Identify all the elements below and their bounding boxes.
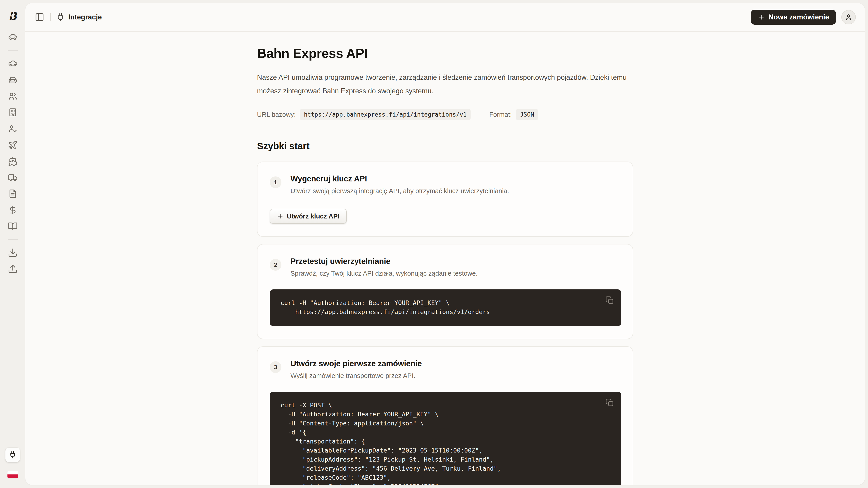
user-icon <box>844 13 852 21</box>
sidebar-item-billing[interactable] <box>8 205 18 215</box>
language-flag-poland[interactable] <box>7 471 18 478</box>
code-block: curl -H "Authorization: Bearer YOUR_API_… <box>270 289 621 326</box>
step-title: Wygeneruj klucz API <box>290 174 621 183</box>
create-api-key-button-label: Utwórz klucz API <box>287 213 340 220</box>
breadcrumb-label: Integracje <box>68 13 102 21</box>
sidebar-item-import[interactable] <box>8 248 18 258</box>
step-description: Wyślij zamówienie transportowe przez API… <box>290 372 621 380</box>
plane-icon <box>8 140 18 150</box>
sidebar-item-transports[interactable] <box>8 59 18 69</box>
van-icon <box>8 59 18 69</box>
code-block: curl -X POST \ -H "Authorization: Bearer… <box>270 392 621 485</box>
bahn-express-logo[interactable]: B <box>7 10 18 22</box>
step-description: Sprawdź, czy Twój klucz API działa, wyko… <box>290 270 621 277</box>
sidebar-item-air-freight[interactable] <box>8 140 18 150</box>
quickstart-step-card: 1 Wygeneruj klucz API Utwórz swoją pierw… <box>257 162 633 237</box>
create-api-key-button[interactable]: Utwórz klucz API <box>270 209 347 224</box>
users-icon <box>8 91 18 101</box>
plug-icon <box>9 451 17 459</box>
step-number-badge: 2 <box>270 259 281 271</box>
van-icon <box>8 32 18 42</box>
sidebar-item-sea-freight[interactable] <box>8 156 18 166</box>
breadcrumb[interactable]: Integracje <box>56 13 102 22</box>
file-text-icon <box>8 189 18 199</box>
user-menu-button[interactable] <box>841 10 856 24</box>
download-icon <box>8 248 18 258</box>
flag-white-stripe <box>7 471 18 475</box>
upload-icon <box>8 264 18 274</box>
page-description: Nasze API umożliwia programowe tworzenie… <box>257 71 630 98</box>
dollar-sign-icon <box>8 205 18 215</box>
sidebar-item-vehicles[interactable] <box>8 75 18 85</box>
sidebar-divider <box>8 50 18 51</box>
code-snippet: curl -H "Authorization: Bearer YOUR_API_… <box>281 298 611 317</box>
step-number-badge: 1 <box>270 176 281 188</box>
page-title: Bahn Express API <box>257 46 633 61</box>
step-number-badge: 3 <box>270 361 281 373</box>
base-url-value: https://app.bahnexpress.fi/api/integrati… <box>300 109 471 120</box>
sidebar-item-docs[interactable] <box>8 221 18 231</box>
book-open-icon <box>8 221 18 231</box>
sidebar-nav <box>8 32 18 274</box>
flag-red-stripe <box>7 475 18 478</box>
logo-b-lightning-icon: B <box>7 10 18 22</box>
sidebar: B <box>0 0 25 488</box>
sidebar-item-documents[interactable] <box>8 189 18 199</box>
building-icon <box>8 107 18 118</box>
sidebar-item-integrations-active[interactable] <box>5 447 20 462</box>
api-meta-row: URL bazowy: https://app.bahnexpress.fi/a… <box>257 109 633 120</box>
copy-code-button[interactable] <box>604 295 615 305</box>
ship-icon <box>8 156 18 166</box>
truck-icon <box>8 172 18 183</box>
copy-icon <box>605 398 614 407</box>
sidebar-item-export[interactable] <box>8 264 18 274</box>
copy-icon <box>605 296 614 304</box>
step-description: Utwórz swoją pierwszą integrację API, ab… <box>290 187 621 195</box>
header-right: Nowe zamówienie <box>751 10 856 25</box>
format-value: JSON <box>516 109 538 120</box>
main-panel: Integracje Nowe zamówienie Bahn Express … <box>25 3 865 485</box>
quickstart-step-card: 3 Utwórz swoje pierwsze zamówienie Wyśli… <box>257 346 633 485</box>
plus-icon <box>277 213 284 220</box>
sidebar-item-companies[interactable] <box>8 107 18 118</box>
copy-code-button[interactable] <box>604 398 615 408</box>
panel-left-icon <box>35 12 44 22</box>
plus-icon <box>758 13 765 21</box>
quickstart-title: Szybki start <box>257 141 633 152</box>
header: Integracje Nowe zamówienie <box>25 3 865 32</box>
plug-icon <box>56 13 65 22</box>
code-snippet: curl -X POST \ -H "Authorization: Bearer… <box>281 401 611 485</box>
new-order-button-label: Nowe zamówienie <box>769 13 829 21</box>
header-divider <box>50 13 51 21</box>
step-title: Utwórz swoje pierwsze zamówienie <box>290 359 621 368</box>
sidebar-item-new-transport[interactable] <box>8 32 18 42</box>
sidebar-divider <box>8 239 18 240</box>
user-check-icon <box>8 124 18 134</box>
car-front-icon <box>8 75 18 85</box>
quickstart-step-card: 2 Przetestuj uwierzytelnianie Sprawdź, c… <box>257 244 633 339</box>
sidebar-bottom <box>5 447 20 478</box>
new-order-button[interactable]: Nowe zamówienie <box>751 10 836 25</box>
base-url-label: URL bazowy: <box>257 111 296 119</box>
sidebar-item-customers[interactable] <box>8 91 18 101</box>
content-area: Bahn Express API Nasze API umożliwia pro… <box>25 32 865 485</box>
sidebar-toggle-button[interactable] <box>34 12 45 22</box>
sidebar-item-trucking[interactable] <box>8 172 18 183</box>
step-title: Przetestuj uwierzytelnianie <box>290 257 621 266</box>
format-label: Format: <box>489 111 512 119</box>
sidebar-item-drivers[interactable] <box>8 124 18 134</box>
